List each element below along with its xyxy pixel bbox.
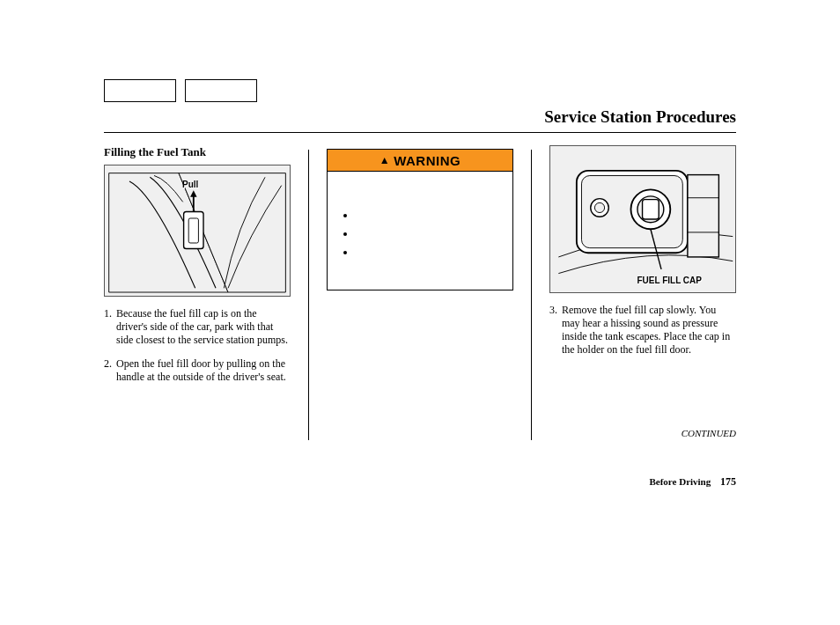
warning-header-text: WARNING (394, 153, 461, 168)
illustration-label-cap: FUEL FILL CAP (637, 276, 702, 285)
column-divider-1 (308, 150, 309, 440)
step-number: 3. (549, 304, 562, 357)
step-text: Open the fuel fill door by pulling on th… (116, 357, 291, 384)
steps-list-1: 1. Because the fuel fill cap is on the d… (104, 307, 291, 394)
column-3: FUEL FILL CAP 3. Remove the fuel fill ca… (549, 145, 736, 440)
illustration-fuel-cap: FUEL FILL CAP (549, 145, 736, 293)
step-text: Because the fuel fill cap is on the driv… (116, 307, 291, 347)
svg-rect-1 (188, 218, 198, 243)
step-3: 3. Remove the fuel fill cap slowly. You … (549, 304, 736, 357)
column-2: ▲ WARNING (327, 145, 513, 440)
warning-bullet (356, 227, 500, 240)
step-text: Remove the fuel fill cap slowly. You may… (562, 304, 736, 357)
warning-bullet (356, 209, 500, 222)
continued-marker: CONTINUED (682, 428, 736, 438)
step-1: 1. Because the fuel fill cap is on the d… (104, 307, 291, 347)
page-footer: Before Driving 175 (649, 475, 736, 489)
warning-bullet (356, 246, 500, 259)
svg-rect-13 (688, 175, 718, 257)
footer-section: Before Driving (649, 476, 711, 487)
warning-box: ▲ WARNING (327, 149, 513, 290)
columns: Filling the Fuel Tank Pull (104, 145, 736, 440)
subheading: Filling the Fuel Tank (104, 145, 291, 159)
illustration-label-pull: Pull (182, 180, 198, 189)
step-number: 2. (104, 357, 116, 384)
title-rule (104, 132, 736, 133)
footer-page-number: 175 (720, 475, 736, 488)
svg-rect-9 (642, 200, 659, 219)
svg-point-11 (594, 202, 604, 212)
step-2: 2. Open the fuel fill door by pulling on… (104, 357, 291, 384)
steps-list-3: 3. Remove the fuel fill cap slowly. You … (549, 304, 736, 367)
step-number: 1. (104, 307, 116, 347)
warning-header: ▲ WARNING (328, 150, 512, 172)
warning-body (328, 172, 512, 290)
alert-icon: ▲ (379, 154, 390, 166)
page-title: Service Station Procedures (544, 107, 736, 127)
manual-page: Service Station Procedures Filling the F… (0, 0, 840, 625)
illustration-fuel-lever: Pull (104, 165, 291, 297)
top-box-1[interactable] (104, 79, 176, 102)
illustration-svg-3 (550, 146, 735, 292)
top-box-2[interactable] (185, 79, 257, 102)
column-divider-2 (531, 150, 532, 440)
top-link-boxes (104, 79, 257, 102)
column-1: Filling the Fuel Tank Pull (104, 145, 291, 440)
